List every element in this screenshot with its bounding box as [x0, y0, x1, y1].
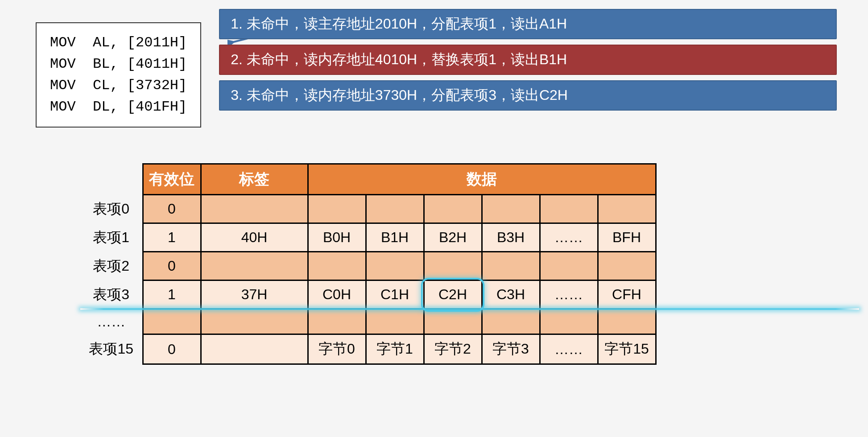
code-line: MOV DL, [401FH]	[50, 99, 187, 115]
table-row: 表项00	[80, 195, 656, 223]
data-cell	[598, 195, 656, 223]
valid-cell: 0	[143, 195, 201, 223]
data-cell: B3H	[482, 223, 540, 252]
row-label: 表项0	[80, 195, 143, 223]
header-valid: 有效位	[143, 164, 201, 195]
valid-cell: 0	[143, 334, 201, 364]
top-section: MOV AL, [2011H] MOV BL, [4011H] MOV CL, …	[9, 9, 859, 128]
data-cell: C2H	[424, 280, 482, 309]
table-row: 表项3137HC0HC1HC2HC3H……CFH	[80, 280, 656, 309]
data-cell: 字节3	[482, 334, 540, 364]
header-data: 数据	[308, 164, 656, 195]
data-cell	[308, 309, 366, 334]
data-cell	[598, 252, 656, 280]
data-cell: ……	[540, 280, 598, 309]
data-cell: ……	[540, 334, 598, 364]
data-cell	[424, 309, 482, 334]
data-cell	[598, 309, 656, 334]
data-cell: C3H	[482, 280, 540, 309]
tag-cell: 40H	[201, 223, 308, 252]
data-cell	[540, 252, 598, 280]
tag-cell	[201, 309, 308, 334]
row-label: ……	[80, 309, 143, 334]
valid-cell: 0	[143, 252, 201, 280]
callout-2: 2. 未命中，读内存地址4010H，替换表项1，读出B1H	[219, 45, 837, 75]
tag-cell	[201, 334, 308, 364]
data-cell: 字节15	[598, 334, 656, 364]
cache-table: 有效位 标签 数据 表项00表项1140HB0HB1HB2HB3H……BFH表项…	[80, 163, 657, 365]
data-cell: B2H	[424, 223, 482, 252]
data-cell: 字节2	[424, 334, 482, 364]
callout-list: 1. 未命中，读主存地址2010H，分配表项1，读出A1H 2. 未命中，读内存…	[219, 9, 837, 111]
code-line: MOV BL, [4011H]	[50, 56, 187, 72]
row-label: 表项3	[80, 280, 143, 309]
data-cell	[308, 195, 366, 223]
data-cell	[366, 252, 424, 280]
data-cell	[366, 309, 424, 334]
tag-cell: 37H	[201, 280, 308, 309]
table-row: ……	[80, 309, 656, 334]
assembly-code-box: MOV AL, [2011H] MOV BL, [4011H] MOV CL, …	[36, 22, 201, 128]
row-label: 表项2	[80, 252, 143, 280]
data-cell: C1H	[366, 280, 424, 309]
tag-cell	[201, 252, 308, 280]
data-cell	[366, 195, 424, 223]
data-cell	[482, 309, 540, 334]
callout-text: 2. 未命中，读内存地址4010H，替换表项1，读出B1H	[231, 51, 567, 67]
data-cell	[540, 309, 598, 334]
table-row: 表项150字节0字节1字节2字节3……字节15	[80, 334, 656, 364]
valid-cell: 1	[143, 280, 201, 309]
callout-1: 1. 未命中，读主存地址2010H，分配表项1，读出A1H	[219, 9, 837, 39]
code-line: MOV AL, [2011H]	[50, 34, 187, 51]
data-cell: C0H	[308, 280, 366, 309]
data-cell	[308, 252, 366, 280]
table-row: 表项20	[80, 252, 656, 280]
cache-table-container: 有效位 标签 数据 表项00表项1140HB0HB1HB2HB3H……BFH表项…	[13, 163, 859, 365]
row-label: 表项15	[80, 334, 143, 364]
data-cell	[482, 252, 540, 280]
table-row: 表项1140HB0HB1HB2HB3H……BFH	[80, 223, 656, 252]
data-cell: CFH	[598, 280, 656, 309]
highlight-row-line	[80, 308, 859, 310]
data-cell	[424, 252, 482, 280]
data-cell: 字节1	[366, 334, 424, 364]
data-cell: BFH	[598, 223, 656, 252]
data-cell	[482, 195, 540, 223]
data-cell: ……	[540, 223, 598, 252]
data-cell	[424, 195, 482, 223]
tag-cell	[201, 195, 308, 223]
callout-text: 3. 未命中，读内存地址3730H，分配表项3，读出C2H	[231, 87, 568, 103]
data-cell: 字节0	[308, 334, 366, 364]
valid-cell	[143, 309, 201, 334]
data-cell	[540, 195, 598, 223]
callout-text: 1. 未命中，读主存地址2010H，分配表项1，读出A1H	[231, 16, 567, 32]
row-label: 表项1	[80, 223, 143, 252]
header-tag: 标签	[201, 164, 308, 195]
code-line: MOV CL, [3732H]	[50, 77, 187, 94]
callout-3: 3. 未命中，读内存地址3730H，分配表项3，读出C2H	[219, 80, 837, 111]
data-cell: B1H	[366, 223, 424, 252]
valid-cell: 1	[143, 223, 201, 252]
data-cell: B0H	[308, 223, 366, 252]
